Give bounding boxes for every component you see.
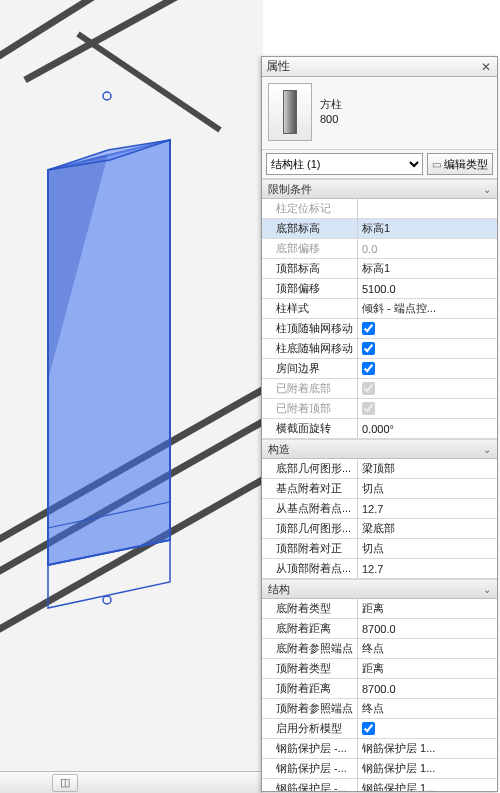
property-row[interactable]: 基点附着对正切点 (262, 479, 497, 499)
edit-type-icon: ▭ (432, 159, 441, 170)
property-row[interactable]: 顶部标高标高1 (262, 259, 497, 279)
chevron-down-icon: ⌄ (483, 444, 491, 455)
property-row[interactable]: 顶附着参照端点终点 (262, 699, 497, 719)
property-row[interactable]: 顶部偏移5100.0 (262, 279, 497, 299)
property-row[interactable]: 底部标高标高1 (262, 219, 497, 239)
property-checkbox (362, 402, 375, 415)
property-row[interactable]: 顶附着距离8700.0 (262, 679, 497, 699)
property-row[interactable]: 房间边界 (262, 359, 497, 379)
property-row[interactable]: 钢筋保护层 -...钢筋保护层 1... (262, 759, 497, 779)
status-bar: ◫ (0, 771, 263, 793)
property-row[interactable]: 柱定位标记 (262, 199, 497, 219)
property-row[interactable]: 启用分析模型 (262, 719, 497, 739)
property-list[interactable]: 限制条件⌄柱定位标记底部标高标高1底部偏移0.0顶部标高标高1顶部偏移5100.… (262, 179, 497, 791)
property-row[interactable]: 柱样式倾斜 - 端点控... (262, 299, 497, 319)
panel-title: 属性 (266, 58, 479, 75)
panel-titlebar: 属性 ✕ (262, 57, 497, 77)
property-row[interactable]: 钢筋保护层 -...钢筋保护层 1... (262, 739, 497, 759)
edit-type-button[interactable]: ▭ 编辑类型 (427, 153, 493, 175)
group-header[interactable]: 限制条件⌄ (262, 179, 497, 199)
property-checkbox[interactable] (362, 722, 375, 735)
property-row[interactable]: 底部几何图形...梁顶部 (262, 459, 497, 479)
property-row[interactable]: 柱底随轴网移动 (262, 339, 497, 359)
property-checkbox[interactable] (362, 342, 375, 355)
group-header[interactable]: 结构⌄ (262, 579, 497, 599)
type-thumbnail (268, 83, 312, 141)
property-row[interactable]: 已附着顶部 (262, 399, 497, 419)
chevron-down-icon: ⌄ (483, 184, 491, 195)
property-row[interactable]: 顶部附着对正切点 (262, 539, 497, 559)
property-checkbox (362, 382, 375, 395)
property-row[interactable]: 已附着底部 (262, 379, 497, 399)
property-checkbox[interactable] (362, 322, 375, 335)
property-row[interactable]: 从顶部附着点...12.7 (262, 559, 497, 579)
properties-panel: 属性 ✕ 方柱 800 结构柱 (1) ▭ 编辑类型 限制条件⌄柱定位标记底部标… (261, 56, 498, 792)
property-row[interactable]: 底附着参照端点终点 (262, 639, 497, 659)
property-row[interactable]: 柱顶随轴网移动 (262, 319, 497, 339)
property-row[interactable]: 从基点附着点...12.7 (262, 499, 497, 519)
type-selector-row[interactable]: 方柱 800 (262, 77, 497, 150)
group-header[interactable]: 构造⌄ (262, 439, 497, 459)
property-row[interactable]: 底附着距离8700.0 (262, 619, 497, 639)
instance-selector[interactable]: 结构柱 (1) (266, 153, 423, 175)
property-checkbox[interactable] (362, 362, 375, 375)
model-viewport[interactable] (0, 0, 263, 793)
property-row[interactable]: 钢筋保护层 -...钢筋保护层 1... (262, 779, 497, 791)
property-row[interactable]: 横截面旋转0.000° (262, 419, 497, 439)
filter-icon[interactable]: ◫ (52, 774, 78, 792)
property-row[interactable]: 底部偏移0.0 (262, 239, 497, 259)
property-row[interactable]: 顶附着类型距离 (262, 659, 497, 679)
type-label: 方柱 800 (320, 97, 342, 128)
property-row[interactable]: 底附着类型距离 (262, 599, 497, 619)
chevron-down-icon: ⌄ (483, 584, 491, 595)
property-row[interactable]: 顶部几何图形...梁底部 (262, 519, 497, 539)
close-icon[interactable]: ✕ (479, 60, 493, 74)
